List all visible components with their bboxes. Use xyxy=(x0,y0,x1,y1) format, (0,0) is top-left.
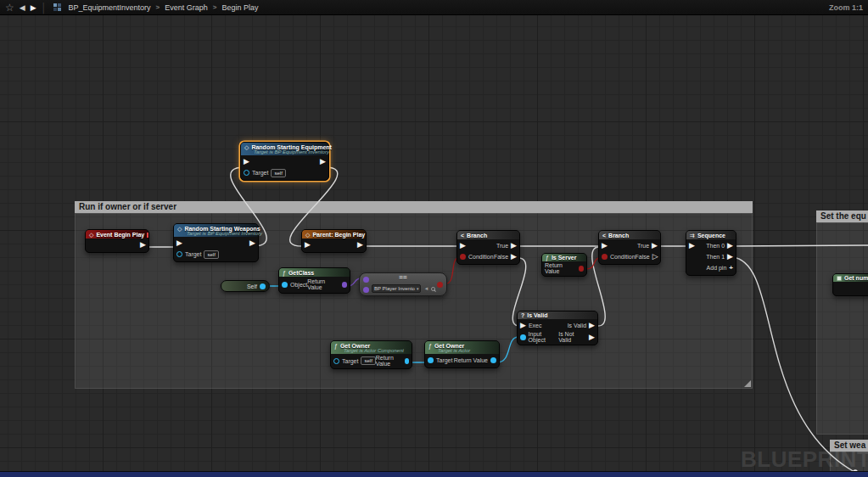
zoom-level-label: Zoom 1:1 xyxy=(829,3,863,12)
exec-out-pin[interactable]: ▶ xyxy=(357,241,363,249)
node-title: == xyxy=(360,273,446,282)
equal-input-b-pin[interactable] xyxy=(363,287,369,293)
exec-out-pin[interactable]: ▶ xyxy=(249,239,255,247)
question-icon: ? xyxy=(521,312,524,318)
dropdown-arrow-icon: ▾ xyxy=(417,286,419,291)
return-value-pin[interactable] xyxy=(405,358,409,364)
node-self[interactable]: Self xyxy=(221,280,270,292)
pin-label: Then 1 xyxy=(706,254,725,260)
pin-label: Then 0 xyxy=(706,243,725,249)
pin-label: True xyxy=(496,243,508,249)
node-get-class[interactable]: ƒ GetClass Object Return Value xyxy=(278,267,350,294)
node-subtitle: Target is Actor Component xyxy=(344,348,407,353)
condition-pin[interactable] xyxy=(602,254,608,260)
back-button[interactable]: ◀ xyxy=(20,0,25,15)
branch-icon: < xyxy=(602,233,606,238)
function-icon: ƒ xyxy=(428,343,432,349)
node-subtitle: Target is BP Equipment Inventory xyxy=(187,231,254,236)
exec-in-pin[interactable]: ▶ xyxy=(460,242,466,250)
target-pin[interactable] xyxy=(176,251,182,257)
pin-label: Condition xyxy=(610,254,636,260)
then1-exec-pin[interactable]: ▶ xyxy=(727,253,733,261)
exec-in-pin[interactable]: ▶ xyxy=(305,241,311,249)
then0-exec-pin[interactable]: ▶ xyxy=(727,242,733,250)
chevron-right-icon: > xyxy=(213,3,217,11)
browse-to-asset-icon[interactable]: ◄ xyxy=(423,286,428,291)
comment-header[interactable]: Set the equ xyxy=(816,210,868,222)
node-parent-begin-play[interactable]: ◇ Parent: Begin Play ▶ ▶ xyxy=(301,229,367,253)
blueprint-asset-icon xyxy=(53,3,61,11)
equal-input-a-pin[interactable] xyxy=(363,277,369,283)
node-get-owner-1[interactable]: ƒ Get Owner Target is Actor Component Ta… xyxy=(330,340,412,369)
node-is-valid[interactable]: ? Is Valid ▶ Exec Is Valid ▶ Input Objec… xyxy=(517,311,598,345)
exec-in-pin[interactable]: ▶ xyxy=(689,242,695,250)
return-value-pin[interactable] xyxy=(579,266,584,272)
exec-out-pin[interactable]: ▶ xyxy=(320,158,326,166)
comment-set-the-equipment: Set the equ xyxy=(816,210,868,435)
sequence-icon: ⇉ xyxy=(690,233,695,238)
function-icon: ƒ xyxy=(283,270,286,276)
is-valid-exec-pin[interactable]: ▶ xyxy=(589,322,595,329)
true-exec-pin[interactable]: ▶ xyxy=(511,242,517,250)
node-get-num[interactable]: Get num xyxy=(832,273,868,296)
search-icon[interactable] xyxy=(431,287,435,291)
add-pin-label: Add pin xyxy=(707,265,727,271)
class-select-dropdown[interactable]: BP Player Invento ▾ xyxy=(372,284,421,293)
forward-button[interactable]: ▶ xyxy=(31,0,36,15)
pin-label: Return Value xyxy=(545,262,576,274)
node-equal[interactable]: == BP Player Invento ▾ ◄ xyxy=(359,272,447,296)
equal-result-pin[interactable] xyxy=(437,282,443,288)
pin-label: Target xyxy=(185,251,201,257)
condition-pin[interactable] xyxy=(460,254,466,260)
node-random-starting-equipment[interactable]: ◇ Random Starting Equipment Target is BP… xyxy=(240,142,329,181)
book-icon xyxy=(837,276,842,281)
return-value-pin[interactable] xyxy=(490,357,496,363)
blueprint-editor: BLUEPRINT Run if owner or if server Set … xyxy=(0,0,868,477)
exec-in-pin[interactable]: ▶ xyxy=(244,158,249,166)
breadcrumb-item-begin-play[interactable]: Begin Play xyxy=(221,3,258,12)
pin-label: Return Value xyxy=(454,357,488,363)
add-pin-button[interactable]: + xyxy=(729,264,733,272)
node-branch-2[interactable]: < Branch ▶ True ▶ Condition False ▷ xyxy=(598,230,661,265)
node-sequence[interactable]: ⇉ Sequence ▶ Then 0 ▶ Then 1 ▶ Add pin xyxy=(686,230,736,276)
event-icon: ◇ xyxy=(89,232,93,238)
self-out-pin[interactable] xyxy=(260,283,266,289)
node-is-server[interactable]: ƒ Is Server Return Value xyxy=(541,253,587,277)
exec-in-pin[interactable]: ▶ xyxy=(520,322,526,329)
target-pin[interactable] xyxy=(333,358,339,364)
chevron-right-icon: > xyxy=(156,3,160,11)
breadcrumb-item-event-graph[interactable]: Event Graph xyxy=(165,3,208,12)
favorite-star-icon[interactable]: ☆ xyxy=(5,0,14,15)
comment-header[interactable]: Set wea xyxy=(830,440,868,452)
comment-body xyxy=(830,452,868,472)
pin-label: Target xyxy=(252,170,268,176)
comment-header[interactable]: Run if owner or if server xyxy=(75,201,753,213)
exec-in-pin[interactable]: ▶ xyxy=(176,239,182,247)
exec-out-pin[interactable]: ▶ xyxy=(140,241,146,249)
target-pin[interactable] xyxy=(428,357,434,363)
node-event-begin-play[interactable]: ◇ Event Begin Play ▶ xyxy=(85,229,149,253)
node-title: Self xyxy=(247,283,257,289)
object-pin[interactable] xyxy=(282,282,288,288)
node-random-starting-weapons[interactable]: ◇ Random Starting Weapons Target is BP E… xyxy=(173,223,259,262)
node-branch-1[interactable]: < Branch ▶ True ▶ Condition False ▶ xyxy=(456,230,520,265)
comment-set-weapon: Set wea xyxy=(830,440,868,472)
pin-label: Is Valid xyxy=(568,323,586,328)
target-pin[interactable] xyxy=(244,170,249,176)
target-default-value[interactable]: self xyxy=(271,169,285,177)
node-subtitle: Target is Actor xyxy=(438,348,495,353)
breadcrumb-item-blueprint[interactable]: BP_EquipmentInventory xyxy=(68,3,150,12)
input-object-pin[interactable] xyxy=(520,334,526,340)
window-bottom-bar xyxy=(0,472,868,477)
node-get-owner-2[interactable]: ƒ Get Owner Target is Actor Target Retur… xyxy=(424,340,500,368)
false-exec-pin[interactable]: ▶ xyxy=(511,253,517,261)
target-default-value[interactable]: self xyxy=(204,250,218,259)
exec-in-pin[interactable]: ▶ xyxy=(602,242,608,250)
false-exec-pin[interactable]: ▷ xyxy=(652,253,658,261)
true-exec-pin[interactable]: ▶ xyxy=(652,242,658,250)
is-not-valid-exec-pin[interactable]: ▶ xyxy=(589,334,595,341)
target-default-value[interactable]: self xyxy=(361,356,375,365)
return-value-pin[interactable] xyxy=(342,282,347,288)
divider: │ xyxy=(42,3,48,13)
comment-resize-handle[interactable] xyxy=(744,380,751,387)
